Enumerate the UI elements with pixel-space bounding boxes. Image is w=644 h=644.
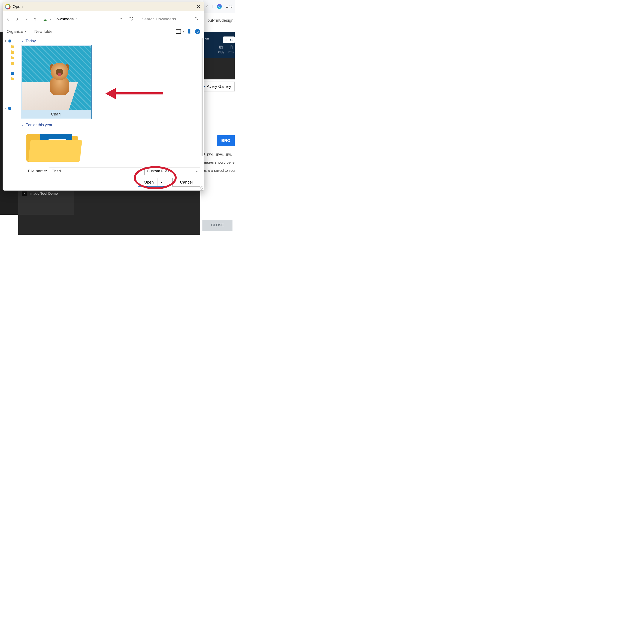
tab-title: Unti <box>226 4 232 9</box>
search-input[interactable]: Search Downloads <box>139 14 201 24</box>
chevron-right-icon: › <box>76 17 77 21</box>
svg-point-4 <box>195 17 197 19</box>
new-folder-button[interactable]: New folder <box>34 29 54 34</box>
search-icon <box>194 17 198 21</box>
dialog-title: Open <box>13 4 23 9</box>
group-header-earlier[interactable]: Earlier this year <box>21 123 201 127</box>
panel-close-button[interactable]: CLOSE <box>202 220 232 231</box>
file-name-label: Charli <box>51 110 62 118</box>
breadcrumb[interactable]: › Downloads › <box>40 14 136 24</box>
file-type-select[interactable]: Custom Files ⌄ <box>144 167 200 175</box>
hint-text: es are saved to you <box>200 167 235 175</box>
file-open-dialog: Open ✕ › Downloads › Search Downloads Or… <box>3 2 204 191</box>
file-name-input[interactable]: Charli ⌄ <box>49 167 142 175</box>
nav-forward-icon[interactable] <box>15 17 20 21</box>
nav-recent-icon[interactable] <box>24 17 29 21</box>
tab-close-icon[interactable]: × <box>205 3 208 9</box>
copy-label: Copy <box>218 51 224 54</box>
file-type-value: Custom Files <box>147 169 169 173</box>
hint-text: rt .png, .jpeg, .jpg, <box>200 150 235 158</box>
browse-button[interactable]: BRO <box>217 135 235 146</box>
address-bar-fragment: ouPrint/design; <box>207 16 235 25</box>
svg-rect-0 <box>220 47 223 49</box>
close-icon[interactable]: ✕ <box>195 4 202 10</box>
tree-expand[interactable] <box>3 105 18 111</box>
view-mode-button[interactable]: ▼ <box>176 29 185 34</box>
chevron-down-icon[interactable]: ⌄ <box>196 170 198 173</box>
folder-thumbnail[interactable] <box>21 132 81 162</box>
tree-node[interactable] <box>3 71 18 76</box>
paste-button[interactable]: Paste <box>228 45 235 54</box>
chevron-down-icon[interactable] <box>119 17 123 21</box>
breadcrumb-segment[interactable]: Downloads <box>53 17 74 21</box>
group-label: Earlier this year <box>26 123 52 127</box>
hint-text: mages should be le <box>200 158 235 167</box>
chevron-down-icon[interactable]: ⌄ <box>138 170 140 173</box>
folder-tree[interactable] <box>3 36 18 164</box>
file-name-label: File name: <box>7 169 47 173</box>
paste-label: Paste <box>228 51 235 54</box>
preview-pane-button[interactable] <box>190 30 190 33</box>
file-name-value: Charli <box>52 169 62 173</box>
group-header-today[interactable]: Today <box>21 39 201 43</box>
open-button[interactable]: Open ▼ <box>138 178 167 187</box>
sidebar-item-label: Image Tool Demo <box>29 192 58 196</box>
help-icon[interactable]: ? <box>195 29 200 34</box>
file-list[interactable]: Today Charli Earli <box>18 36 204 164</box>
resize-grip[interactable] <box>200 186 203 190</box>
tab-favicon <box>217 4 222 9</box>
search-placeholder: Search Downloads <box>142 17 176 21</box>
tree-node[interactable] <box>3 55 18 61</box>
tree-node[interactable] <box>3 76 18 82</box>
organize-menu[interactable]: Organize ▼ <box>7 29 27 34</box>
svg-rect-1 <box>220 46 222 48</box>
copy-button[interactable]: Copy <box>218 45 224 54</box>
nav-back-icon[interactable] <box>6 17 11 21</box>
nav-up-icon[interactable] <box>33 17 38 21</box>
avery-gallery-tab[interactable]: RY Avery Gallery <box>200 82 235 91</box>
cancel-button-label: Cancel <box>180 180 193 185</box>
chevron-right-icon: › <box>50 17 51 21</box>
app-icon <box>5 4 11 9</box>
tree-node[interactable] <box>3 44 18 50</box>
avery-gallery-label: Avery Gallery <box>207 84 231 89</box>
thumbnail-image <box>22 46 91 110</box>
refresh-icon[interactable] <box>129 17 134 22</box>
wizard-step-current[interactable]: 3 - C <box>223 36 235 43</box>
scrollbar[interactable] <box>202 38 203 156</box>
tree-node[interactable] <box>3 38 18 44</box>
file-thumbnail[interactable]: Charli <box>21 45 92 119</box>
group-label: Today <box>26 39 36 43</box>
open-button-dropdown[interactable]: ▼ <box>158 181 164 184</box>
tree-node[interactable] <box>3 50 18 55</box>
video-icon <box>22 191 27 196</box>
open-button-label: Open <box>144 180 154 185</box>
cancel-button[interactable]: Cancel <box>172 178 200 187</box>
tree-node[interactable] <box>3 61 18 66</box>
download-icon <box>43 17 47 21</box>
